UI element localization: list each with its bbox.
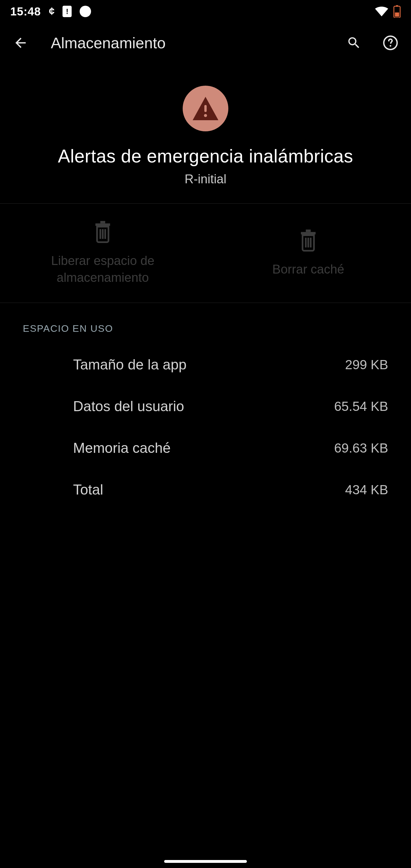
gesture-nav-bar[interactable] xyxy=(164,860,247,863)
free-space-label: Liberar espacio de almacenamiento xyxy=(11,252,194,286)
row-total[interactable]: Total 434 KB xyxy=(0,469,411,510)
row-value: 69.63 KB xyxy=(334,440,388,456)
appbar-actions xyxy=(344,33,401,53)
svg-rect-2 xyxy=(395,12,399,17)
row-value: 434 KB xyxy=(345,482,388,497)
svg-rect-8 xyxy=(100,221,105,223)
row-app-size[interactable]: Tamaño de la app 299 KB xyxy=(0,344,411,385)
battery-icon xyxy=(393,5,401,18)
app-icon xyxy=(183,86,228,131)
status-dot-icon xyxy=(80,6,91,17)
status-bar-right xyxy=(375,5,401,18)
app-version: R-initial xyxy=(11,172,400,186)
svg-point-6 xyxy=(204,114,207,117)
app-bar: Almacenamiento xyxy=(0,23,411,63)
status-time: 15:48 xyxy=(10,5,41,18)
search-button[interactable] xyxy=(344,33,364,53)
row-label: Tamaño de la app xyxy=(73,356,187,373)
cent-icon: ¢ xyxy=(49,5,55,18)
search-icon xyxy=(347,35,361,50)
row-value: 65.54 KB xyxy=(334,399,388,414)
row-user-data[interactable]: Datos del usuario 65.54 KB xyxy=(0,385,411,427)
appbar-title: Almacenamiento xyxy=(51,34,324,52)
row-cache[interactable]: Memoria caché 69.63 KB xyxy=(0,427,411,469)
svg-point-4 xyxy=(389,45,391,47)
arrow-back-icon xyxy=(13,35,28,51)
svg-rect-13 xyxy=(306,229,311,232)
app-header: Alertas de emergencia inalámbricas R-ini… xyxy=(0,63,411,203)
wifi-icon xyxy=(375,6,388,17)
svg-rect-1 xyxy=(396,5,398,7)
trash-icon xyxy=(298,229,318,253)
clear-cache-label: Borrar caché xyxy=(272,261,344,278)
row-label: Datos del usuario xyxy=(73,398,184,414)
row-label: Total xyxy=(73,482,103,498)
section-header-usage: ESPACIO EN USO xyxy=(0,303,411,344)
app-name: Alertas de emergencia inalámbricas xyxy=(11,146,400,167)
status-bar-left: 15:48 ¢ xyxy=(10,5,91,18)
warning-triangle-icon xyxy=(191,96,220,121)
trash-icon xyxy=(93,220,113,244)
row-value: 299 KB xyxy=(345,357,388,372)
svg-rect-5 xyxy=(204,105,207,112)
help-button[interactable] xyxy=(380,33,401,53)
status-bar: 15:48 ¢ xyxy=(0,0,411,23)
free-space-button[interactable]: Liberar espacio de almacenamiento xyxy=(0,204,205,303)
help-outline-icon xyxy=(382,35,399,51)
clear-cache-button[interactable]: Borrar caché xyxy=(205,204,411,303)
svg-rect-12 xyxy=(301,232,315,235)
storage-actions: Liberar espacio de almacenamiento Borrar… xyxy=(0,203,411,303)
back-button[interactable] xyxy=(10,33,31,53)
row-label: Memoria caché xyxy=(73,440,171,456)
sd-card-alert-icon xyxy=(63,6,72,17)
svg-rect-7 xyxy=(95,223,110,226)
